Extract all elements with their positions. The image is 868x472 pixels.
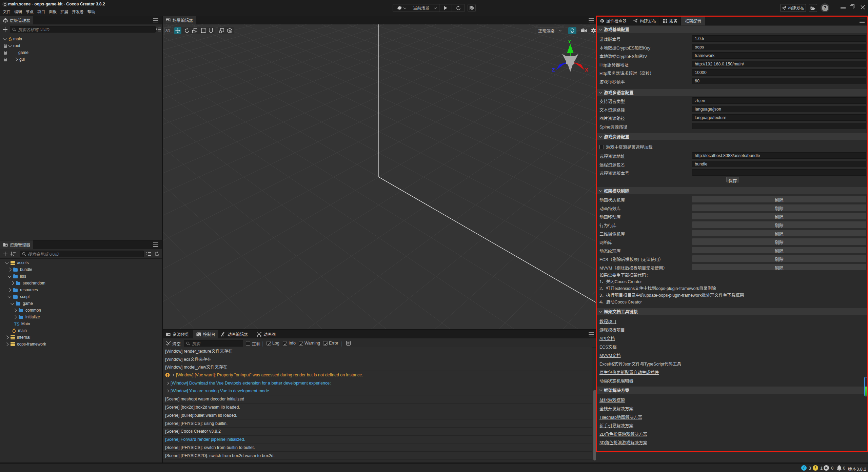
svg-text:Z: Z bbox=[552, 67, 555, 73]
svg-text:Y: Y bbox=[568, 39, 571, 44]
svg-text:X: X bbox=[585, 67, 588, 73]
